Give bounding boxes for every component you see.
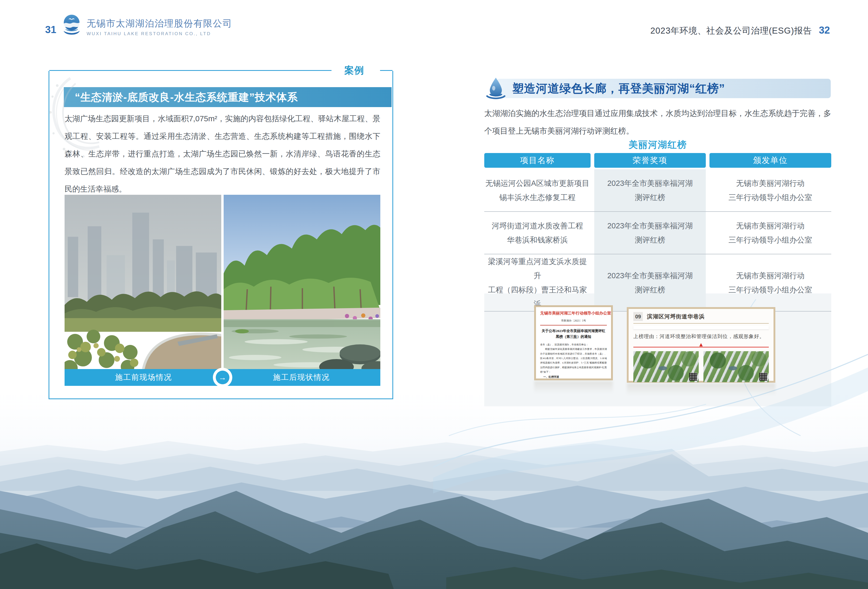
table-row: 河埒街道河道水质改善工程 华巷浜和钱家桥浜 2023年全市美丽幸福河湖 测评红榜… [484, 212, 831, 254]
letter-salutation: 各市（县）、区美丽河湖办，市各相关单位： [540, 342, 607, 347]
report-header: 2023年环境、社会及公司治理(ESG)报告 32 [650, 25, 830, 37]
esg-report-spread: 31 无锡市太湖湖泊治理股份有限公司 WUXI TAIHU LAKE RESTO… [0, 0, 868, 589]
aerial-photo [703, 351, 769, 382]
section-title: 塑造河道绿色长廊，再登美丽河湖“红榜” [497, 81, 725, 96]
letter-issuing-org: 无锡市美丽河湖三年行动领导小组办公室 [540, 311, 607, 316]
red-list-slide-card: 09 滨湖区河埒街道华巷浜 上榜理由：河道环境整治和管理保洁到位，感观形象好。 … [627, 307, 775, 383]
slide-number-badge: 09 [633, 312, 643, 321]
qr-code-icon [759, 373, 767, 381]
case-title-bar: “生态清淤-底质改良-水生态系统重建”技术体系 [64, 87, 392, 107]
photo-after-construction [224, 195, 380, 369]
photo-caption-bar: 施工前现场情况 施工后现状情况 → [65, 369, 380, 386]
company-name-zh: 无锡市太湖湖泊治理股份有限公司 [87, 17, 232, 30]
case-box-border-segment [380, 70, 393, 71]
section-title-bar: 塑造河道绿色长廊，再登美丽河湖“红榜” [497, 79, 831, 98]
table-row: 梁溪河等重点河道支浜水质提升 工程（四标段）曹王泾和马家浜 2023年全市美丽幸… [484, 254, 831, 311]
caption-before: 施工前现场情况 [65, 369, 223, 386]
photo-before-construction [65, 195, 221, 369]
aerial-photo [633, 351, 699, 382]
slide-header: 09 滨湖区河埒街道华巷浜 [633, 312, 769, 324]
page-number-right: 32 [819, 25, 830, 36]
slide-reason-text: 上榜理由：河道环境整治和管理保洁到位，感观形象好。 [633, 333, 769, 340]
table-header-award: 荣誉奖项 [594, 153, 706, 168]
before-after-photos: 施工前现场情况 施工后现状情况 → [65, 195, 380, 386]
table-header-project: 项目名称 [484, 153, 590, 168]
qr-code-icon [689, 373, 697, 381]
page-number-left: 31 [45, 24, 56, 35]
table-body: 无锡运河公园A区城市更新项目 锡丰浜水生态修复工程 2023年全市美丽幸福河湖 … [484, 169, 831, 311]
case-title: “生态清淤-底质改良-水生态系统重建”技术体系 [64, 90, 298, 105]
letter-body: 根据无锡市深化美丽幸福河湖建设工作要求，市美丽河湖办于近期组织对各地区河道进行了… [540, 347, 607, 375]
card-reflection [627, 383, 775, 396]
section-intro-text: 太湖湖泊实施的水生态治理项目通过应用集成技术，水质均达到治理目标，水生态系统趋于… [484, 105, 831, 140]
slide-red-rule: ▲ [633, 347, 769, 347]
caption-after: 施工后现状情况 [223, 369, 381, 386]
case-label: 案例 [338, 64, 371, 77]
arrow-right-icon: → [213, 368, 232, 387]
company-name-block: 无锡市太湖湖泊治理股份有限公司 WUXI TAIHU LAKE RESTORAT… [87, 17, 232, 37]
table-header-issuer: 颁发单位 [710, 153, 831, 168]
red-list-notice-letter: 无锡市美丽河湖三年行动领导小组办公室 市美湖办〔2023〕5号 关于公布2023… [534, 305, 613, 380]
case-box-border-segment [49, 70, 332, 71]
letter-red-rule [540, 325, 607, 325]
table-title: 美丽河湖红榜 [484, 139, 831, 151]
table-row: 无锡运河公园A区城市更新项目 锡丰浜水生态修复工程 2023年全市美丽幸福河湖 … [484, 169, 831, 212]
slide-aerial-photos [633, 351, 769, 382]
red-list-table: 项目名称 荣誉奖项 颁发单位 无锡运河公园A区城市更新项目 锡丰浜水生态修复工程… [484, 153, 831, 311]
letter-document-number: 市美湖办〔2023〕5号 [540, 319, 607, 323]
card-reflection [534, 381, 613, 394]
case-study-box: 案例 “生态清淤-底质改良-水生态系统重建”技术体系 太湖广场生态园更新项目，水… [49, 71, 393, 399]
table-header-row: 项目名称 荣誉奖项 颁发单位 [484, 153, 831, 168]
company-name-en: WUXI TAIHU LAKE RESTORATION CO., LTD [87, 31, 232, 37]
slide-divider-strip [633, 326, 769, 329]
letter-list-item: 一、红榜河道 [540, 375, 607, 379]
company-logo-icon [60, 14, 83, 39]
triangle-up-icon: ▲ [698, 341, 704, 348]
slide-title: 滨湖区河埒街道华巷浜 [647, 313, 705, 320]
report-title: 2023年环境、社会及公司治理(ESG)报告 [650, 25, 812, 37]
letter-title: 关于公布2023年全市美丽幸福河湖测评红黑榜（第三批）的通知 [540, 328, 607, 340]
case-body-text: 太湖广场生态园更新项目，水域面积7,075m²，实施的内容包括绿化工程、驿站木屋… [65, 110, 380, 198]
water-drop-icon [484, 76, 508, 101]
